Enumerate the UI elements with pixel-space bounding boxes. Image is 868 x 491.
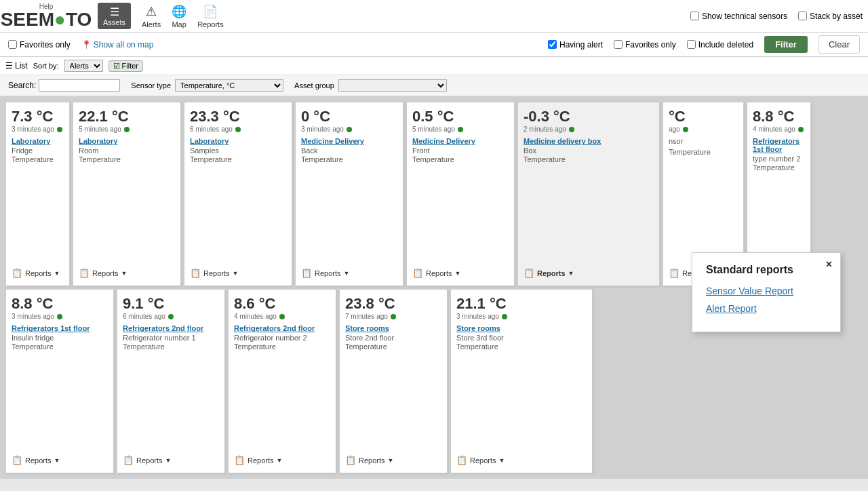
chevron-down-icon: ▼ (344, 270, 350, 277)
include-deleted-checkbox[interactable] (687, 40, 696, 49)
nav-alerts-label: Alerts (142, 20, 161, 28)
status-dot (279, 314, 285, 319)
reports-button[interactable]: 📋 Reports ▼ (301, 266, 397, 280)
asset-group-label: Asset group (294, 81, 334, 90)
reports-popup: × Standard reports Sensor Value Report A… (692, 252, 841, 332)
include-deleted-label[interactable]: Include deleted (687, 40, 753, 50)
reports-icon: 📄 (203, 4, 218, 19)
reports-button[interactable]: 📋 Reports ▼ (412, 266, 509, 280)
map-icon: 🌐 (172, 4, 186, 19)
reports-button[interactable]: 📋 Reports ▼ (12, 266, 64, 280)
sensor-type-label: Sensor type (131, 81, 171, 90)
favorites-only2-label[interactable]: Favorites only (614, 40, 676, 50)
reports-button[interactable]: 📋 Reports ▼ (524, 266, 654, 280)
reports-doc-icon: 📋 (524, 268, 534, 278)
having-alert-label[interactable]: Having alert (548, 40, 603, 50)
card-group[interactable]: Laboratory (79, 137, 175, 145)
asset-group-select[interactable] (338, 79, 447, 92)
card-partial-left: 7.3 °C 3 minutes ago Laboratory Fridge T… (5, 102, 70, 286)
card-group[interactable]: Laboratory (190, 137, 286, 145)
nav-map[interactable]: 🌐 Map (172, 4, 186, 28)
card-type: Temperature (753, 163, 805, 172)
card-type: Temperature (456, 342, 587, 351)
card-group[interactable]: Refrigerators 2nd floor (234, 324, 330, 332)
chevron-down-icon: ▼ (165, 457, 172, 464)
status-dot (798, 127, 804, 132)
card-group[interactable]: Store rooms (345, 324, 441, 332)
show-all-on-map-link[interactable]: 📍 Show all on map (81, 40, 154, 50)
filter-icon: ☑ (113, 62, 120, 71)
card-temp: 0 °C (301, 108, 397, 125)
card-group[interactable]: Refrigerators 1st floor (753, 137, 805, 153)
status-dot (57, 127, 62, 132)
reports-doc-icon: 📋 (190, 268, 201, 278)
list-item: 0 °C 3 minutes ago Medicine Delivery Bac… (295, 102, 403, 286)
card-sub: Box (524, 146, 654, 155)
reports-button[interactable]: 📋 Reports ▼ (234, 453, 330, 467)
alert-report-link[interactable]: Alert Report (706, 303, 827, 314)
list-view-button[interactable]: ☰ List (5, 61, 28, 71)
card-type: Temperature (234, 342, 330, 351)
card-time: 6 minutes ago (190, 125, 286, 133)
reports-doc-icon: 📋 (123, 455, 134, 465)
filter-tag[interactable]: ☑ Filter (108, 60, 143, 72)
status-dot (458, 127, 463, 132)
reports-button[interactable]: 📋 Reports ▼ (345, 453, 441, 467)
card-sub: Samples (190, 146, 286, 155)
reports-button[interactable]: 📋 Reports ▼ (456, 453, 587, 467)
nav-alerts[interactable]: ⚠ Alerts (142, 4, 161, 28)
chevron-down-icon: ▼ (233, 270, 239, 277)
reports-button[interactable]: 📋 Reports ▼ (123, 453, 219, 467)
having-alert-checkbox[interactable] (548, 40, 557, 49)
stack-by-asset-label[interactable]: Stack by asset (798, 12, 863, 21)
reports-button[interactable]: 📋 Reports ▼ (79, 266, 175, 280)
card-group[interactable]: Refrigerators 1st floor (12, 324, 108, 332)
status-dot (57, 314, 62, 319)
stack-by-asset-checkbox[interactable] (798, 12, 807, 20)
favorites-only2-checkbox[interactable] (614, 40, 623, 49)
card-temp: 22.1 °C (79, 108, 175, 125)
chevron-down-icon: ▼ (121, 270, 127, 277)
reports-doc-icon: 📋 (234, 455, 245, 465)
second-bar: Favorites only 📍 Show all on map Having … (0, 33, 868, 57)
card-group[interactable]: Medicine delivery box (524, 137, 654, 145)
chevron-down-icon: ▼ (54, 457, 60, 464)
sort-by-select[interactable]: Alerts (64, 60, 103, 72)
card-group[interactable]: Laboratory (12, 137, 64, 145)
favorites-only-label[interactable]: Favorites only (8, 40, 71, 50)
card-group[interactable]: Medicine Delivery (301, 137, 397, 145)
filter-button[interactable]: Filter (764, 36, 808, 53)
popup-close-button[interactable]: × (826, 258, 832, 271)
card-sub: Store 2nd floor (345, 334, 441, 342)
main-content: 7.3 °C 3 minutes ago Laboratory Fridge T… (0, 96, 868, 479)
card-temp: 9.1 °C (123, 295, 219, 313)
reports-doc-icon: 📋 (669, 268, 679, 278)
show-technical-sensors-label[interactable]: Show technical sensors (690, 12, 787, 21)
chevron-down-icon: ▼ (568, 270, 574, 277)
status-dot (502, 314, 507, 319)
card-temp: 8.8 °C (753, 108, 805, 125)
card-group[interactable]: Medicine Delivery (412, 137, 509, 145)
favorites-only-checkbox[interactable] (8, 40, 17, 49)
reports-button[interactable]: 📋 Reports ▼ (190, 266, 286, 280)
reports-doc-icon: 📋 (301, 268, 312, 278)
search-input[interactable] (39, 79, 120, 92)
nav-reports[interactable]: 📄 Reports (197, 4, 224, 28)
sensor-value-report-link[interactable]: Sensor Value Report (706, 286, 827, 296)
card-group[interactable]: Refrigerators 2nd floor (123, 324, 219, 332)
clear-button[interactable]: Clear (818, 35, 860, 54)
card-sub: Fridge (12, 146, 64, 155)
sensor-type-select[interactable]: Temperature, °C (175, 79, 283, 92)
nav-icons: ⚠ Alerts 🌐 Map 📄 Reports (142, 4, 224, 28)
card-sub: Room (79, 146, 175, 155)
reports-button[interactable]: 📋 Reports ▼ (12, 453, 108, 467)
chevron-down-icon: ▼ (388, 457, 394, 464)
show-technical-sensors-checkbox[interactable] (690, 12, 699, 20)
status-dot (569, 127, 574, 132)
status-dot (235, 127, 241, 132)
chevron-down-icon: ▼ (277, 457, 283, 464)
card-group[interactable]: Store rooms (456, 324, 587, 332)
top-right-filters: Show technical sensors Stack by asset (690, 12, 863, 21)
card-time: 3 minutes ago (301, 125, 397, 133)
assets-button[interactable]: ☰ Assets (98, 3, 131, 29)
